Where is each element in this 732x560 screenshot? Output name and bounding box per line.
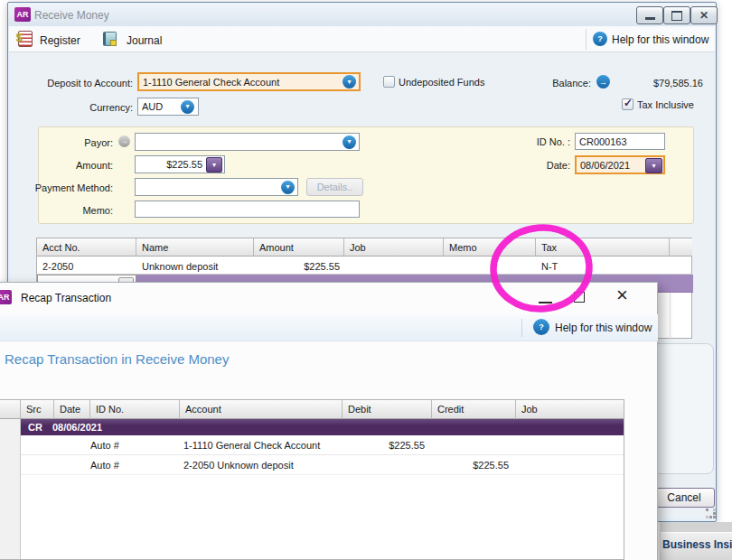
deposit-account-label: Deposit to Account: <box>18 78 133 89</box>
recap-badge-ar: AR <box>0 290 12 304</box>
chevron-down-icon[interactable] <box>181 100 194 114</box>
recap-row-account: 2-2050 Unknown deposit <box>183 460 346 471</box>
memo-field[interactable] <box>135 201 360 218</box>
recap-col-job[interactable]: Job <box>516 400 624 419</box>
recap-row-account: 1-1110 General Check Account <box>183 440 346 451</box>
chevron-down-icon[interactable] <box>343 135 356 149</box>
id-no-label: ID No. : <box>511 136 570 147</box>
balance-label: Balance: <box>506 78 591 89</box>
chevron-down-icon[interactable] <box>343 75 356 89</box>
recap-title: Recap Transaction <box>21 292 111 304</box>
recap-table: Src Date ID No. Account Debit Credit Job… <box>0 399 624 560</box>
id-no-value: CR000163 <box>579 136 627 147</box>
amount-field[interactable]: $225.55 <box>135 155 225 173</box>
recap-minimize-button[interactable] <box>532 286 558 310</box>
recap-row-credit: $225.55 <box>432 460 509 471</box>
col-header-tax[interactable]: Tax <box>536 238 670 257</box>
deposit-account-combo[interactable]: 1-1110 General Check Account <box>137 72 361 91</box>
close-icon: ✕ <box>699 9 709 22</box>
app-badge-ar: AR <box>14 7 31 22</box>
col-header-acct[interactable]: Acct No. <box>37 238 136 257</box>
recap-group-header: CR 08/06/2021 <box>21 419 624 435</box>
payor-combo[interactable] <box>135 133 360 151</box>
business-insights-label: Business Insig <box>662 538 732 551</box>
details-button[interactable]: Details.. <box>306 178 363 196</box>
register-button[interactable]: $ Register <box>18 30 90 50</box>
cancel-button[interactable]: Cancel <box>653 488 715 508</box>
row-tax[interactable]: N-T <box>536 257 670 275</box>
restore-icon <box>671 11 682 21</box>
journal-button[interactable]: Journal <box>103 30 175 50</box>
recap-gutter-header <box>0 400 21 419</box>
col-header-job[interactable]: Job <box>344 238 444 257</box>
row-job[interactable] <box>344 257 444 275</box>
currency-combo[interactable]: AUD <box>137 98 199 116</box>
screenshot-root: AR Receive Money ✕ $ Register Journal ? … <box>0 0 732 560</box>
close-icon: × <box>616 284 628 307</box>
close-button[interactable]: ✕ <box>690 6 718 24</box>
grid-line <box>670 293 671 340</box>
help-label: Help for this window <box>612 33 709 46</box>
payment-method-combo[interactable] <box>135 178 298 196</box>
maximize-button[interactable] <box>663 6 690 24</box>
tax-inclusive-checkbox[interactable]: ✓ <box>622 98 633 110</box>
amount-label: Amount: <box>33 160 113 171</box>
help-window-button[interactable]: ? Help for this window <box>593 30 714 50</box>
col-header-blank <box>670 238 692 257</box>
id-no-field[interactable]: CR000163 <box>575 133 665 150</box>
recap-help-label: Help for this window <box>555 322 652 334</box>
recap-maximize-button[interactable] <box>567 286 592 310</box>
recap-col-account[interactable]: Account <box>180 400 343 419</box>
col-header-memo[interactable]: Memo <box>444 238 536 257</box>
balance-value: $79,585.16 <box>602 78 703 89</box>
col-header-amount[interactable]: Amount <box>254 238 344 257</box>
recap-help-separator <box>521 319 522 337</box>
recap-heading: Recap Transaction in Receive Money <box>5 351 229 367</box>
row-acct[interactable]: 2-2050 <box>37 257 136 275</box>
journal-note-icon <box>110 40 117 46</box>
minimize-icon <box>539 302 552 303</box>
amount-calculator-button[interactable] <box>206 157 222 173</box>
payor-detail-arrow-icon[interactable]: → <box>118 135 130 147</box>
date-value: 08/06/2021 <box>580 160 630 171</box>
minimize-button[interactable] <box>636 6 663 24</box>
register-label: Register <box>40 34 80 47</box>
recap-close-button[interactable]: × <box>610 283 637 312</box>
recap-row[interactable]: Auto # 2-2050 Unknown deposit $225.55 <box>21 455 624 475</box>
recap-col-debit[interactable]: Debit <box>343 400 432 419</box>
amount-value: $225.55 <box>166 159 202 170</box>
chevron-down-icon[interactable] <box>281 181 295 194</box>
recap-col-credit[interactable]: Credit <box>432 400 516 419</box>
col-header-name[interactable]: Name <box>136 238 254 257</box>
recap-col-idno[interactable]: ID No. <box>90 400 180 419</box>
undeposited-funds-checkbox[interactable] <box>383 76 395 88</box>
payor-label: Payor: <box>33 137 113 148</box>
register-dollar-icon: $ <box>16 32 23 44</box>
group-date: 08/06/2021 <box>52 422 102 433</box>
row-blank <box>670 257 692 275</box>
recap-row[interactable]: Auto # 1-1110 General Check Account $225… <box>21 435 624 455</box>
recap-row-idno: Auto # <box>90 440 180 451</box>
row-amount[interactable]: $225.55 <box>254 257 344 275</box>
deposit-account-value: 1-1110 General Check Account <box>143 77 279 88</box>
journal-label: Journal <box>127 34 162 47</box>
date-field[interactable]: 08/06/2021 <box>575 155 665 174</box>
recap-help-button[interactable]: ? Help for this window <box>532 317 655 339</box>
recap-gutter <box>0 400 21 559</box>
date-label: Date: <box>511 160 570 171</box>
help-icon: ? <box>593 32 607 46</box>
recap-col-src[interactable]: Src <box>21 400 54 419</box>
date-picker-button[interactable] <box>645 158 662 173</box>
group-src: CR <box>28 422 42 433</box>
tax-inclusive-label: Tax Inclusive <box>637 99 694 110</box>
toolbar-separator <box>586 29 587 50</box>
check-icon: ✓ <box>624 97 633 109</box>
recap-col-date[interactable]: Date <box>54 400 90 419</box>
window-title: Receive Money <box>34 9 109 22</box>
currency-value: AUD <box>142 101 163 112</box>
row-memo[interactable] <box>444 257 536 275</box>
resize-grip-icon[interactable] <box>706 509 709 511</box>
maximize-icon <box>574 292 585 303</box>
recap-row-debit: $225.55 <box>343 440 425 451</box>
row-name[interactable]: Unknown deposit <box>136 257 254 275</box>
